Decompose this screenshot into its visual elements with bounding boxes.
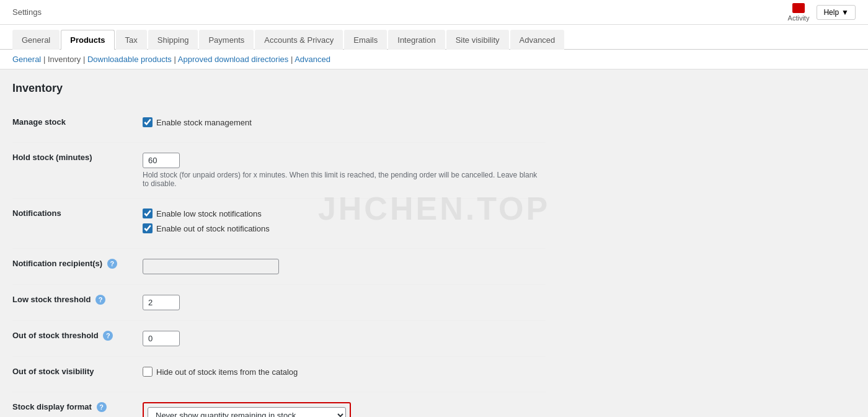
notification-recipients-row: Notification recipient(s) ? <box>12 249 546 285</box>
hold-stock-description: Hold stock (for unpaid orders) for x min… <box>143 171 539 188</box>
tab-payments[interactable]: Payments <box>199 30 254 50</box>
settings-title: Settings <box>12 7 42 17</box>
low-stock-notification-label[interactable]: Enable low stock notifications <box>143 208 539 218</box>
tab-site-visibility[interactable]: Site visibility <box>446 30 509 50</box>
out-of-stock-visibility-text: Hide out of stock items from the catalog <box>156 367 298 377</box>
stock-display-format-cell: Never show quantity remaining in stock A… <box>136 392 546 418</box>
out-of-stock-threshold-cell <box>136 321 546 357</box>
low-stock-notification-checkbox[interactable] <box>143 208 153 218</box>
out-of-stock-threshold-help-icon[interactable]: ? <box>103 331 113 341</box>
low-stock-threshold-cell <box>136 285 546 321</box>
help-button[interactable]: Help ▼ <box>817 5 856 20</box>
manage-stock-checkbox-label[interactable]: Enable stock management <box>143 117 539 127</box>
notifications-label: Notifications <box>12 199 136 249</box>
notification-recipients-help-icon[interactable]: ? <box>107 259 117 269</box>
section-title: Inventory <box>12 82 546 95</box>
stock-display-format-help-icon[interactable]: ? <box>97 402 107 412</box>
manage-stock-row: Manage stock Enable stock management <box>12 107 546 143</box>
tab-integration[interactable]: Integration <box>388 30 445 50</box>
top-bar: Settings Activity Help ▼ <box>0 0 868 25</box>
main-content: Inventory Manage stock Enable stock mana… <box>0 70 558 417</box>
tabs-bar: General Products Tax Shipping Payments A… <box>0 25 868 50</box>
notifications-row: Notifications Enable low stock notificat… <box>12 199 546 249</box>
subnav-inventory: Inventory <box>48 55 81 64</box>
subnav-approved-download-directories[interactable]: Approved download directories <box>178 55 289 64</box>
out-of-stock-visibility-checkbox-label[interactable]: Hide out of stock items from the catalog <box>143 367 539 377</box>
tab-emails[interactable]: Emails <box>344 30 387 50</box>
out-of-stock-threshold-input[interactable] <box>143 331 180 346</box>
out-of-stock-visibility-label: Out of stock visibility <box>12 357 136 392</box>
tab-general[interactable]: General <box>12 30 60 50</box>
chevron-down-icon: ▼ <box>841 8 849 17</box>
tab-shipping[interactable]: Shipping <box>148 30 198 50</box>
out-of-stock-visibility-row: Out of stock visibility Hide out of stoc… <box>12 357 546 392</box>
notifications-cell: Enable low stock notifications Enable ou… <box>136 199 546 249</box>
out-of-stock-visibility-checkbox[interactable] <box>143 367 153 377</box>
out-of-stock-threshold-label: Out of stock threshold ? <box>12 321 136 357</box>
low-stock-threshold-label: Low stock threshold ? <box>12 285 136 321</box>
notification-recipients-cell <box>136 249 546 285</box>
activity-icon <box>792 3 805 13</box>
tab-products[interactable]: Products <box>61 30 114 50</box>
out-of-stock-notification-text: Enable out of stock notifications <box>156 224 270 233</box>
activity-label: Activity <box>788 14 810 22</box>
out-of-stock-visibility-cell: Hide out of stock items from the catalog <box>136 357 546 392</box>
stock-display-format-label: Stock display format ? <box>12 392 136 418</box>
hold-stock-input[interactable] <box>143 153 180 168</box>
manage-stock-cell: Enable stock management <box>136 107 546 143</box>
stock-display-format-row: Stock display format ? Never show quanti… <box>12 392 546 418</box>
activity-button[interactable]: Activity <box>788 3 810 22</box>
hold-stock-label: Hold stock (minutes) <box>12 143 136 199</box>
manage-stock-checkbox[interactable] <box>143 117 153 127</box>
stock-display-format-select[interactable]: Never show quantity remaining in stock A… <box>148 407 346 417</box>
out-of-stock-notification-label[interactable]: Enable out of stock notifications <box>143 223 539 233</box>
tab-accounts-privacy[interactable]: Accounts & Privacy <box>255 30 343 50</box>
hold-stock-cell: Hold stock (for unpaid orders) for x min… <box>136 143 546 199</box>
subnav-advanced[interactable]: Advanced <box>294 55 330 64</box>
top-bar-left: Settings <box>12 7 42 17</box>
low-stock-threshold-input[interactable] <box>143 295 180 310</box>
notification-recipients-label: Notification recipient(s) ? <box>12 249 136 285</box>
hold-stock-row: Hold stock (minutes) Hold stock (for unp… <box>12 143 546 199</box>
settings-form: Manage stock Enable stock management Hol… <box>12 107 546 417</box>
notification-recipients-input[interactable] <box>143 259 279 274</box>
stock-display-format-highlight: Never show quantity remaining in stock A… <box>143 402 351 417</box>
manage-stock-checkbox-text: Enable stock management <box>156 118 252 127</box>
tab-tax[interactable]: Tax <box>116 30 147 50</box>
manage-stock-label: Manage stock <box>12 107 136 143</box>
low-stock-threshold-help-icon[interactable]: ? <box>95 295 105 305</box>
tab-advanced[interactable]: Advanced <box>510 30 565 50</box>
help-label: Help <box>823 8 839 17</box>
out-of-stock-notification-checkbox[interactable] <box>143 223 153 233</box>
sub-nav: General | Inventory | Downloadable produ… <box>0 50 868 70</box>
subnav-general[interactable]: General <box>12 55 41 64</box>
top-bar-right: Activity Help ▼ <box>788 3 856 22</box>
subnav-downloadable-products[interactable]: Downloadable products <box>87 55 172 64</box>
out-of-stock-threshold-row: Out of stock threshold ? <box>12 321 546 357</box>
low-stock-threshold-row: Low stock threshold ? <box>12 285 546 321</box>
low-stock-notification-text: Enable low stock notifications <box>156 209 262 218</box>
